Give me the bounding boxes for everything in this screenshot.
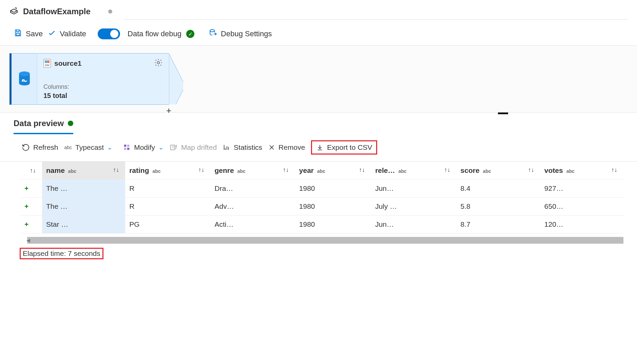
scroll-left-icon[interactable]: ◀	[26, 238, 30, 243]
source-db-icon	[9, 53, 37, 105]
sort-icon[interactable]: ↑↓	[528, 166, 534, 174]
col-name[interactable]: nameabc↑↓	[42, 162, 125, 180]
download-icon	[316, 144, 324, 151]
svg-rect-5	[124, 145, 126, 147]
page-title: DataflowExample	[23, 7, 91, 16]
gear-icon[interactable]	[154, 58, 163, 67]
title-bar: DataflowExample	[0, 0, 637, 24]
close-icon	[268, 144, 275, 151]
svg-rect-7	[124, 148, 126, 150]
statistics-icon	[223, 144, 230, 151]
col-release[interactable]: rele…abc↑↓	[371, 162, 456, 180]
table-row[interactable]: + Star … PG Acti… 1980 Jun… 8.7 120…	[20, 216, 623, 234]
debug-settings-label: Debug Settings	[221, 29, 272, 38]
unsaved-dot-icon	[108, 9, 112, 14]
validate-label: Validate	[60, 29, 86, 38]
sort-icon[interactable]: ↑↓	[283, 166, 289, 174]
database-export-icon	[209, 28, 217, 39]
chevron-down-icon: ⌄	[107, 144, 112, 151]
panel-resize-handle[interactable]	[498, 113, 508, 114]
table-row[interactable]: + The … R Adv… 1980 July … 5.8 650…	[20, 198, 623, 216]
svg-rect-6	[127, 145, 129, 147]
remove-button[interactable]: Remove	[268, 143, 305, 151]
typecast-button[interactable]: abc Typecast ⌄	[64, 143, 113, 151]
data-grid: ↑↓ nameabc↑↓ ratingabc↑↓ genreabc↑↓ year…	[0, 162, 637, 234]
svg-point-2	[19, 72, 30, 76]
svg-point-1	[210, 29, 214, 32]
chevron-down-icon: ⌄	[158, 144, 163, 151]
col-score[interactable]: scoreabc↑↓	[457, 162, 540, 180]
sort-icon[interactable]: ↑↓	[444, 166, 450, 174]
sort-icon[interactable]: ↑↓	[30, 167, 36, 174]
save-label: Save	[26, 29, 43, 38]
refresh-icon	[22, 143, 30, 151]
save-button[interactable]: Save	[14, 28, 43, 39]
map-drifted-button[interactable]: Map drifted	[170, 143, 217, 151]
source-name: source1	[54, 59, 82, 67]
preview-toolbar: Refresh abc Typecast ⌄ Modify ⌄ Map drif…	[0, 134, 637, 162]
check-icon	[47, 28, 56, 39]
sort-icon[interactable]: ↑↓	[198, 166, 205, 174]
sort-icon[interactable]: ↑↓	[359, 166, 365, 174]
sort-icon[interactable]: ↑↓	[611, 166, 617, 174]
col-votes[interactable]: votesabc↑↓	[540, 162, 623, 180]
col-genre[interactable]: genreabc↑↓	[211, 162, 295, 180]
svg-rect-9	[171, 145, 175, 150]
table-row[interactable]: + The … R Dra… 1980 Jun… 8.4 927…	[20, 180, 623, 198]
dataflow-canvas[interactable]: csv source1 Columns: 15 total +	[0, 46, 637, 113]
preview-status-icon	[68, 121, 73, 126]
statistics-button[interactable]: Statistics	[223, 143, 262, 151]
modify-button[interactable]: Modify ⌄	[123, 143, 163, 151]
abc-icon: abc	[64, 145, 72, 150]
dataflow-icon	[9, 6, 19, 17]
col-rating[interactable]: ratingabc↑↓	[125, 162, 210, 180]
tab-label: Data preview	[14, 119, 64, 128]
validate-button[interactable]: Validate	[47, 28, 86, 39]
header-divider	[123, 3, 628, 20]
expand-row-icon[interactable]: +	[20, 216, 42, 234]
expand-header[interactable]: ↑↓	[20, 162, 42, 180]
csv-file-icon: csv	[43, 59, 51, 68]
source-node[interactable]: csv source1 Columns: 15 total	[9, 53, 169, 105]
svg-marker-4	[169, 54, 183, 104]
modify-icon	[123, 144, 131, 151]
horizontal-scrollbar[interactable]: ◀	[27, 237, 623, 244]
export-csv-button[interactable]: Export to CSV	[311, 140, 377, 155]
svg-point-3	[157, 62, 160, 64]
svg-rect-8	[127, 148, 129, 150]
debug-status-icon: ✓	[186, 30, 194, 38]
debug-toggle[interactable]	[98, 28, 120, 39]
expand-row-icon[interactable]: +	[20, 198, 42, 216]
tab-data-preview[interactable]: Data preview	[14, 119, 73, 134]
map-drifted-icon	[170, 143, 178, 151]
expand-row-icon[interactable]: +	[20, 180, 42, 198]
svg-rect-0	[17, 33, 20, 36]
refresh-button[interactable]: Refresh	[22, 143, 58, 151]
debug-label: Data flow debug	[128, 29, 181, 38]
elapsed-time: Elapsed time: 7 seconds	[20, 248, 103, 259]
add-step-button[interactable]: +	[166, 105, 171, 116]
columns-label: Columns:	[43, 83, 161, 90]
preview-tabs: Data preview	[0, 113, 637, 134]
save-icon	[14, 28, 22, 39]
col-year[interactable]: yearabc↑↓	[295, 162, 371, 180]
debug-settings-button[interactable]: Debug Settings	[209, 28, 272, 39]
footer: Elapsed time: 7 seconds	[0, 244, 637, 266]
header-row: ↑↓ nameabc↑↓ ratingabc↑↓ genreabc↑↓ year…	[20, 162, 623, 180]
main-toolbar: Save Validate Data flow debug ✓ Debug Se…	[0, 24, 637, 46]
columns-value: 15 total	[43, 92, 161, 100]
sort-icon[interactable]: ↑↓	[113, 166, 119, 174]
